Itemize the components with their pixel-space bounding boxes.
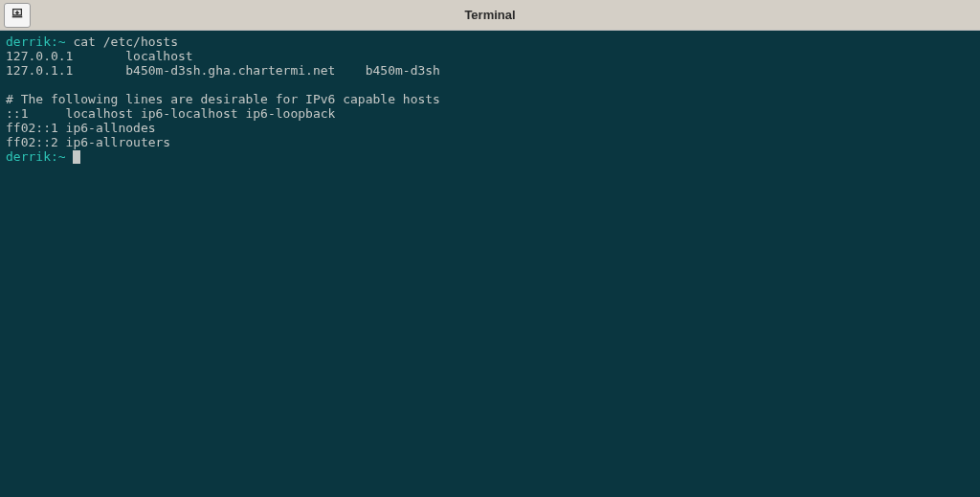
output-line: ff02::1 ip6-allnodes [6, 121, 156, 135]
svg-rect-0 [12, 15, 23, 17]
svg-rect-3 [15, 11, 19, 12]
terminal-area[interactable]: derrik:~ cat /etc/hosts 127.0.0.1 localh… [0, 31, 980, 497]
window-titlebar: Terminal [0, 0, 980, 31]
new-tab-icon [11, 7, 24, 24]
prompt-user: derrik: [6, 149, 58, 164]
command-text [66, 149, 74, 164]
window-title: Terminal [464, 8, 515, 22]
output-line: # The following lines are desirable for … [6, 92, 440, 106]
output-line: 127.0.0.1 localhost [6, 49, 193, 63]
output-line: ff02::2 ip6-allrouters [6, 135, 170, 149]
cursor [73, 150, 80, 164]
output-line: 127.0.1.1 b450m-d3sh.gha.chartermi.net b… [6, 63, 440, 78]
output-line: ::1 localhost ip6-localhost ip6-loopback [6, 106, 335, 121]
new-tab-button[interactable] [4, 3, 31, 28]
prompt-path: ~ [58, 34, 66, 49]
command-text: cat /etc/hosts [66, 34, 178, 49]
prompt-user: derrik: [6, 34, 58, 49]
prompt-path: ~ [58, 149, 66, 164]
